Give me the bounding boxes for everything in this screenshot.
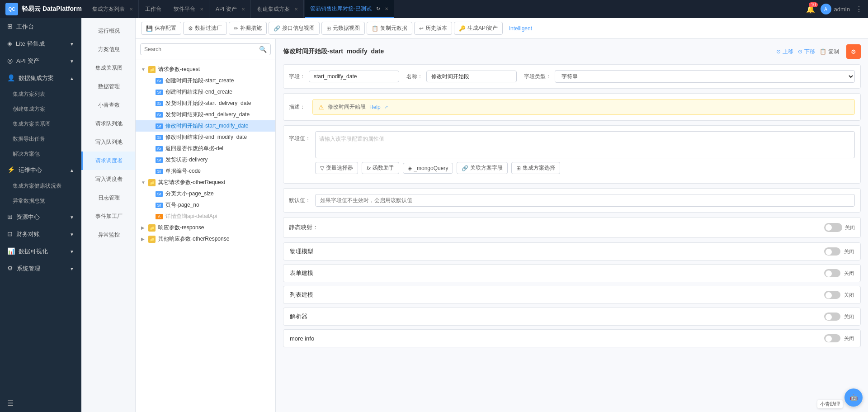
top-tab-tab-api[interactable]: API 资产✕: [210, 0, 251, 18]
tree-node-request[interactable]: ▼ 📁 请求参数-request: [136, 64, 275, 75]
default-value-input[interactable]: [315, 194, 855, 207]
func-helper-button[interactable]: fx 函数助手: [362, 162, 399, 174]
sidebar-sub-create[interactable]: 创建集成方案: [0, 102, 81, 117]
sidebar-item-workbench[interactable]: ⊞工作台: [0, 18, 81, 35]
list-model-toggle[interactable]: [824, 291, 840, 299]
sidebar-item-visual[interactable]: 📊数据可视化 ▼: [0, 243, 81, 260]
tree-node-other-response[interactable]: ▶ 📁 其他响应参数-otherResponse: [136, 233, 275, 245]
form-model-toggle[interactable]: [824, 269, 840, 277]
up-button[interactable]: ⊙ 上移: [776, 48, 793, 56]
data-filter-button[interactable]: ⚙ 数据过滤厂: [183, 22, 227, 35]
list-model-header[interactable]: 列表建模 关闭: [283, 286, 860, 303]
form-model-header[interactable]: 表单建模 关闭: [283, 265, 860, 282]
tree-node-start-delivery[interactable]: Sr 发货时间开始段-start_delivery_date: [136, 98, 275, 109]
second-item-write-scheduler[interactable]: 写入调度者: [81, 170, 135, 189]
interface-info-button[interactable]: 🔗 接口信息视图: [269, 22, 320, 35]
help-link[interactable]: Help: [369, 104, 381, 110]
second-item-integration-map[interactable]: 集成关系图: [81, 59, 135, 77]
tree-node-del[interactable]: Sr 返回是否作废的单据-del: [136, 143, 275, 154]
sidebar-sub-health[interactable]: 集成方案健康状况表: [0, 179, 81, 194]
sidebar-item-ops[interactable]: ⚡运维中心 ▲: [0, 161, 81, 179]
refresh-icon-tab-manage[interactable]: ↻: [376, 6, 380, 12]
tree-node-detail-api[interactable]: Λ 详情查询api-detailApi: [136, 211, 275, 222]
second-item-anomaly-monitor[interactable]: 异常监控: [81, 226, 135, 244]
top-tab-tab-manage[interactable]: 管易销售出库对接-已测试↻✕: [305, 0, 394, 18]
name-input[interactable]: [426, 71, 517, 82]
top-tab-tab-software[interactable]: 软件平台✕: [168, 0, 209, 18]
static-map-switch[interactable]: [824, 223, 842, 232]
tree-node-start-create[interactable]: Sr 创建时间开始段-start_create: [136, 75, 275, 86]
tree-node-delivery[interactable]: Sr 发货状态-delivery: [136, 154, 275, 166]
remedy-button[interactable]: ✏ 补漏措施: [229, 22, 267, 35]
tree-node-start-modify[interactable]: Sr 修改时间开始段-start_modify_date ✏: [136, 120, 275, 132]
physical-model-header[interactable]: 物理模型 关闭: [283, 243, 860, 260]
second-item-log-manage[interactable]: 日志管理: [81, 189, 135, 207]
second-item-run-overview[interactable]: 运行概况: [81, 22, 135, 40]
sidebar-sub-relation[interactable]: 集成方案关系图: [0, 117, 81, 132]
meta-view-button[interactable]: ⊞ 元数据视图: [321, 22, 365, 35]
copy-data-button[interactable]: 📋 复制元数据: [367, 22, 412, 35]
gen-api-button[interactable]: 🔑 生成API资产: [454, 22, 503, 35]
user-menu[interactable]: A admin: [821, 4, 850, 14]
mongo-query-button[interactable]: ◈ _mongoQuery: [403, 163, 453, 174]
sidebar-sub-anomaly[interactable]: 异常数据总览: [0, 194, 81, 208]
second-item-event-factory[interactable]: 事件加工厂: [81, 207, 135, 226]
top-tab-tab-create[interactable]: 创建集成方案✕: [252, 0, 304, 18]
field-input[interactable]: [309, 71, 399, 82]
field-value-area[interactable]: 请输入该字段配置的属性值: [315, 131, 855, 158]
more-info-header[interactable]: more info 关闭: [283, 330, 860, 347]
sidebar-item-system[interactable]: ⚙系统管理 ▼: [0, 260, 81, 277]
top-tab-tab-workbench[interactable]: 工作台: [140, 0, 167, 18]
tree-node-page-size[interactable]: Sr 分页大小-page_size: [136, 188, 275, 199]
tree-node-end-modify[interactable]: Sr 修改时间结束段-end_modify_date: [136, 132, 275, 143]
close-tab-tab-manage[interactable]: ✕: [385, 6, 388, 11]
sidebar-item-api[interactable]: ◎API 资产 ▼: [0, 52, 81, 70]
second-item-request-scheduler[interactable]: 请求调度者: [81, 152, 135, 170]
more-info-toggle[interactable]: [824, 334, 840, 342]
search-input[interactable]: [144, 46, 259, 52]
sidebar-item-finance[interactable]: ⊟财务对账 ▼: [0, 226, 81, 243]
down-button[interactable]: ⊙ 下移: [798, 48, 815, 56]
history-button[interactable]: ↩ 历史版本: [414, 22, 452, 35]
sidebar-sub-package[interactable]: 解决方案包: [0, 147, 81, 161]
tree-node-end-delivery[interactable]: Sr 发货时间结束段-end_delivery_date: [136, 109, 275, 120]
var-selector-button[interactable]: ▽ 变量选择器: [315, 162, 358, 174]
save-config-button[interactable]: 💾 保存配置: [141, 22, 181, 35]
tree-node-other-request[interactable]: ▼ 📁 其它请求参数-otherRequest: [136, 177, 275, 188]
close-tab-tab-list[interactable]: ✕: [129, 7, 133, 12]
second-item-write-queue[interactable]: 写入队列池: [81, 133, 135, 152]
static-map-toggle[interactable]: 关闭: [824, 223, 855, 232]
second-item-data-manage[interactable]: 数据管理: [81, 77, 135, 96]
close-tab-tab-create[interactable]: ✕: [294, 7, 298, 12]
tree-node-end-create[interactable]: Sr 创建时间结束段-end_create: [136, 86, 275, 98]
sidebar-item-resource[interactable]: ⊞资源中心 ▼: [0, 208, 81, 226]
parser-header[interactable]: 解析器 关闭: [283, 308, 860, 325]
assistant-button[interactable]: 🤖: [844, 388, 863, 407]
relate-field-button[interactable]: 🔗 关联方案字段: [457, 162, 508, 174]
sidebar-sub-export[interactable]: 数据导出任务: [0, 132, 81, 147]
second-item-solution-info[interactable]: 方案信息: [81, 40, 135, 59]
type-select[interactable]: 字符串 数字 布尔 对象 数组: [555, 70, 855, 83]
static-map-section: 静态映射： 关闭: [283, 217, 861, 238]
tree-node-page-no[interactable]: Sr 页号-page_no: [136, 199, 275, 211]
tree-node-response[interactable]: ▶ 📁 响应参数-response: [136, 222, 275, 233]
more-options-button[interactable]: ⋮: [855, 5, 863, 14]
default-value-section: 默认值：: [283, 188, 861, 213]
second-item-xiao-qing[interactable]: 小青查数: [81, 96, 135, 114]
settings-gear-button[interactable]: ⚙: [846, 44, 861, 59]
tree-node-code[interactable]: Sr 单据编号-code: [136, 166, 275, 177]
sidebar-sub-list[interactable]: 集成方案列表: [0, 87, 81, 102]
intelligent-button[interactable]: intelligent: [505, 23, 537, 34]
close-tab-tab-api[interactable]: ✕: [241, 7, 245, 12]
notifications-button[interactable]: 🔔 10: [806, 5, 815, 14]
physical-model-toggle[interactable]: [824, 247, 840, 256]
copy-button[interactable]: 📋 复制: [820, 48, 839, 56]
top-tab-tab-list[interactable]: 集成方案列表✕: [87, 0, 139, 18]
sidebar-item-data-integration[interactable]: 👤数据集成方案 ▲: [0, 70, 81, 87]
sidebar-item-lite[interactable]: ◈Lite 轻集成 ▼: [0, 35, 81, 52]
sidebar-collapse-button[interactable]: ☰: [0, 394, 81, 412]
close-tab-tab-software[interactable]: ✕: [200, 7, 203, 12]
collection-select-button[interactable]: ⊞ 集成方案选择: [511, 162, 560, 174]
parser-toggle[interactable]: [824, 313, 840, 321]
second-item-request-queue[interactable]: 请求队列池: [81, 114, 135, 133]
